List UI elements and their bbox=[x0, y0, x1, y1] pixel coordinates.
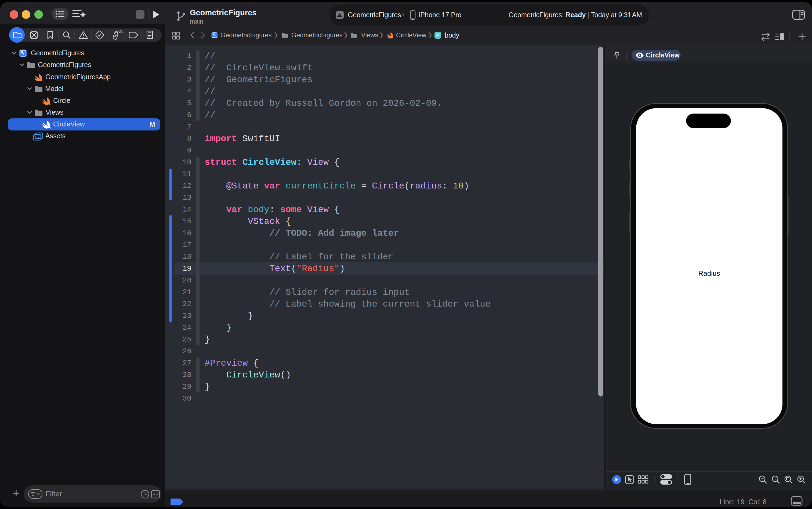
svg-text:1: 1 bbox=[774, 477, 776, 481]
